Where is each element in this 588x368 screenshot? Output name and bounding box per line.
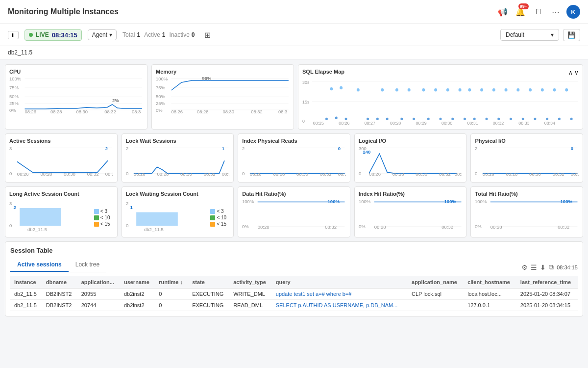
active-label: Active bbox=[144, 31, 160, 38]
svg-text:08:33: 08:33 bbox=[518, 121, 529, 125]
cell-application_name: CLP lock.sql bbox=[408, 289, 464, 300]
total-stat: Total 1 bbox=[122, 31, 140, 38]
svg-text:08:30: 08:30 bbox=[441, 121, 452, 125]
collapse-button[interactable]: ∧ bbox=[568, 69, 573, 76]
bell-button[interactable]: 🔔 99+ bbox=[514, 5, 527, 19]
active-sessions-title: Active Sessions bbox=[9, 138, 113, 144]
svg-point-65 bbox=[497, 118, 500, 120]
svg-text:08:28: 08:28 bbox=[40, 171, 52, 177]
svg-text:2%: 2% bbox=[112, 98, 119, 103]
legend-label-3: < 3 bbox=[100, 209, 107, 214]
svg-text:08:28: 08:28 bbox=[197, 109, 209, 113]
top-header: Monitoring Multiple Instances 📢 🔔 99+ 🖥 … bbox=[0, 0, 588, 24]
svg-text:2: 2 bbox=[13, 205, 16, 210]
index-hit-ratio-svg: 100% 0% 100% 08:28 08:32 bbox=[359, 199, 463, 231]
live-time: 08:34:15 bbox=[52, 31, 77, 39]
svg-text:0: 0 bbox=[126, 223, 128, 228]
col-dbname: dbname bbox=[42, 276, 77, 289]
cell-dbname: DB2INST2 bbox=[42, 300, 77, 311]
svg-text:08:32: 08:32 bbox=[203, 171, 215, 177]
total-hit-ratio-title: Total Hit Raio(%) bbox=[475, 191, 579, 197]
monitor-button[interactable]: 🖥 bbox=[531, 5, 545, 19]
pause-button[interactable]: ⏸ bbox=[8, 31, 19, 39]
svg-text:08:29: 08:29 bbox=[416, 121, 427, 125]
svg-text:08:3: 08:3 bbox=[571, 171, 579, 177]
columns-button[interactable]: ☰ bbox=[531, 263, 537, 271]
sql-elapse-area: 30s 15s 0 bbox=[302, 79, 579, 125]
sql-elapse-controls: ∧ ∨ bbox=[568, 69, 579, 76]
tab-lock-tree[interactable]: Lock tree bbox=[69, 258, 106, 272]
long-active-session-area: 3 2 0 db2_11.5 < 3 < 10 bbox=[9, 199, 113, 233]
cpu-chart-title: CPU bbox=[9, 69, 143, 75]
svg-text:08:3: 08:3 bbox=[278, 109, 287, 113]
copy-button[interactable]: ⧉ bbox=[549, 263, 554, 271]
cell-query[interactable]: SELECT p.AUTHID AS USERNAME, p.DB_NAM... bbox=[272, 300, 408, 311]
save-button[interactable]: 💾 bbox=[563, 29, 580, 41]
legend-color-10 bbox=[94, 215, 99, 220]
svg-text:100%: 100% bbox=[9, 77, 21, 81]
svg-text:08:30: 08:30 bbox=[180, 171, 192, 177]
svg-text:1: 1 bbox=[130, 205, 133, 210]
total-label: Total bbox=[122, 31, 135, 38]
svg-text:08:28: 08:28 bbox=[392, 171, 404, 177]
bell-badge: 99+ bbox=[518, 3, 529, 9]
data-hit-ratio-svg: 100% 0% 100% 08:28 08:32 bbox=[242, 199, 346, 231]
svg-text:0%: 0% bbox=[359, 223, 366, 229]
svg-point-71 bbox=[534, 118, 536, 120]
expand-button[interactable]: ∨ bbox=[574, 69, 579, 76]
svg-text:08:32: 08:32 bbox=[104, 109, 116, 113]
cell-instance: db2_11.5 bbox=[10, 300, 42, 311]
svg-text:0: 0 bbox=[571, 146, 573, 151]
more-button[interactable]: ⋯ bbox=[549, 5, 563, 19]
svg-text:15s: 15s bbox=[302, 99, 310, 104]
live-indicator bbox=[29, 33, 33, 37]
cpu-svg: 100% 75% 50% 25% 0% 2% 08:26 bbox=[9, 77, 143, 113]
lock-wait-area: 2 0 1 08:26 08:28 08:30 08:32 08:3 bbox=[126, 146, 230, 178]
svg-text:08:25: 08:25 bbox=[313, 121, 324, 125]
tab-active-sessions[interactable]: Active sessions bbox=[10, 258, 69, 272]
layout-button[interactable]: ⊞ bbox=[201, 28, 215, 42]
svg-text:08:26: 08:26 bbox=[172, 109, 183, 113]
logical-io-title: Logical I/O bbox=[359, 138, 463, 144]
svg-text:2: 2 bbox=[242, 146, 245, 151]
index-physical-reads-card: Index Physical Reads 2 0 0 08:26 08:28 0… bbox=[238, 133, 350, 183]
main-content: CPU 100% 75% 50% 25% 0% bbox=[0, 59, 588, 321]
svg-text:240: 240 bbox=[363, 149, 370, 155]
svg-text:30s: 30s bbox=[302, 79, 310, 84]
megaphone-button[interactable]: 📢 bbox=[496, 5, 510, 19]
svg-point-67 bbox=[510, 118, 512, 120]
svg-text:08:26: 08:26 bbox=[17, 171, 29, 177]
session-table: instance dbname application... username … bbox=[10, 276, 578, 311]
svg-text:75%: 75% bbox=[9, 85, 19, 90]
cell-client_hostname: 127.0.0.1 bbox=[464, 300, 516, 311]
svg-text:2: 2 bbox=[475, 146, 477, 151]
charts-grid-mid: Active Sessions 3 0 2 08:26 08:28 08:30 … bbox=[5, 133, 583, 183]
svg-point-59 bbox=[464, 118, 466, 120]
svg-text:0: 0 bbox=[126, 170, 128, 176]
cell-query[interactable]: update test1 set a=# where b=# bbox=[272, 289, 408, 300]
avatar-button[interactable]: K bbox=[566, 5, 580, 19]
svg-text:3: 3 bbox=[9, 146, 12, 151]
active-sessions-card: Active Sessions 3 0 2 08:26 08:28 08:30 … bbox=[5, 133, 118, 183]
svg-text:0%: 0% bbox=[475, 223, 482, 229]
default-label: Default bbox=[506, 31, 524, 38]
default-dropdown[interactable]: Default ▾ bbox=[500, 29, 559, 41]
download-button[interactable]: ⬇ bbox=[540, 263, 546, 271]
svg-text:08:30: 08:30 bbox=[223, 109, 235, 113]
index-hit-ratio-card: Index Hit Ratio(%) 100% 0% 100% 08:28 08… bbox=[354, 186, 467, 237]
charts-grid-top: CPU 100% 75% 50% 25% 0% bbox=[5, 64, 583, 130]
svg-text:08:28: 08:28 bbox=[374, 224, 386, 230]
cell-last_reference_time: 2025-01-20 08:34:07 bbox=[516, 289, 578, 300]
svg-point-64 bbox=[492, 88, 495, 91]
svg-text:100%: 100% bbox=[328, 199, 340, 204]
tabs-row: Active sessions Lock tree ⚙ ☰ ⬇ ⧉ 08:34:… bbox=[10, 258, 578, 276]
lock-wait-svg: 2 0 1 08:26 08:28 08:30 08:32 08:3 bbox=[126, 146, 230, 178]
filter-button[interactable]: ⚙ bbox=[521, 263, 528, 271]
lock-legend-color-3 bbox=[210, 209, 215, 214]
cell-runtime: 0 bbox=[155, 289, 188, 300]
agent-dropdown[interactable]: Agent ▾ bbox=[88, 29, 117, 40]
cell-username: db2inst2 bbox=[120, 289, 155, 300]
svg-text:08:26: 08:26 bbox=[133, 171, 145, 177]
cell-dbname: DB2INST2 bbox=[42, 289, 77, 300]
svg-text:08:26: 08:26 bbox=[339, 121, 349, 125]
